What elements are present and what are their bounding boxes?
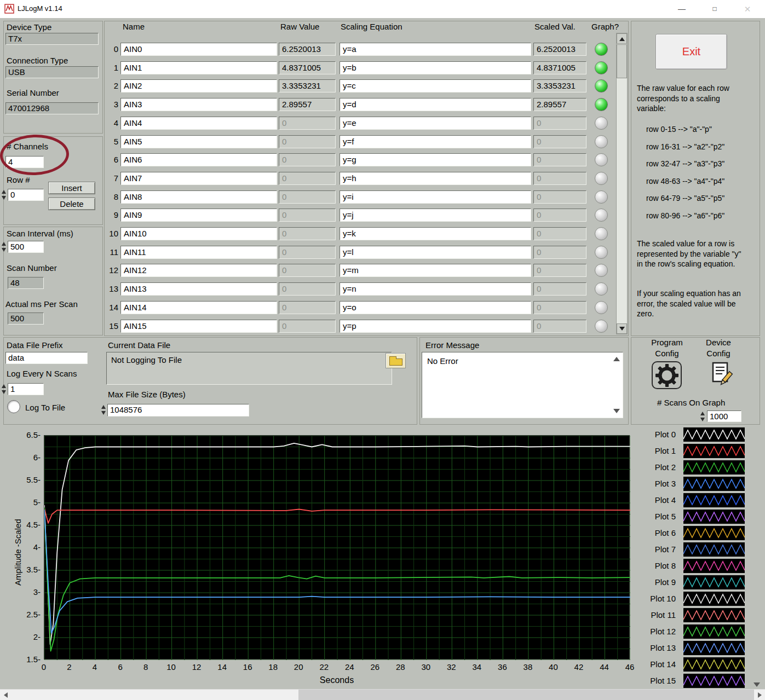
scroll-left-icon[interactable]: [4, 692, 8, 698]
insert-button[interactable]: Insert: [48, 182, 95, 194]
graph-led[interactable]: [595, 209, 608, 222]
data-file-prefix-field[interactable]: data: [5, 352, 88, 364]
browse-folder-button[interactable]: [386, 353, 406, 368]
scaling-equation-field[interactable]: y=f: [340, 135, 531, 148]
channel-name-field[interactable]: AIN15: [120, 320, 277, 333]
channel-name-field[interactable]: AIN13: [120, 282, 277, 296]
channel-name-field[interactable]: AIN1: [120, 61, 277, 74]
graph-led[interactable]: [595, 43, 608, 56]
legend-plot-label[interactable]: Plot 7: [634, 545, 676, 554]
channel-name-field[interactable]: AIN4: [120, 117, 277, 130]
delete-button[interactable]: Delete: [48, 198, 95, 210]
legend-plot-label[interactable]: Plot 6: [634, 528, 676, 537]
scaling-equation-field[interactable]: y=g: [340, 153, 531, 166]
scaling-equation-field[interactable]: y=i: [340, 190, 531, 204]
graph-led[interactable]: [595, 301, 608, 314]
graph-led[interactable]: [595, 320, 608, 333]
legend-plot-sample[interactable]: [683, 559, 745, 573]
scaling-equation-field[interactable]: y=m: [340, 264, 531, 277]
scaling-equation-field[interactable]: y=b: [340, 61, 531, 74]
graph-led[interactable]: [595, 153, 608, 166]
graph-led[interactable]: [595, 190, 608, 204]
legend-plot-label[interactable]: Plot 15: [634, 676, 676, 685]
legend-plot-sample[interactable]: [683, 444, 745, 458]
max-file-size-field[interactable]: 1048576: [107, 404, 249, 416]
channel-name-field[interactable]: AIN11: [120, 246, 277, 259]
graph-led[interactable]: [595, 135, 608, 148]
graph-led[interactable]: [595, 117, 608, 130]
legend-plot-sample[interactable]: [683, 526, 745, 540]
graph-led[interactable]: [595, 264, 608, 277]
legend-plot-label[interactable]: Plot 5: [634, 512, 676, 521]
legend-plot-sample[interactable]: [683, 460, 745, 475]
program-config-button[interactable]: [652, 361, 682, 389]
legend-plot-sample[interactable]: [683, 493, 745, 507]
error-scroll-down-icon[interactable]: [613, 409, 620, 413]
horizontal-scrollbar-thumb[interactable]: [298, 690, 754, 700]
legend-scroll-down-icon[interactable]: [754, 682, 760, 687]
legend-plot-sample[interactable]: [683, 510, 745, 524]
close-button[interactable]: ✕: [735, 0, 760, 18]
channel-name-field[interactable]: AIN12: [120, 264, 277, 277]
scaling-equation-field[interactable]: y=j: [340, 209, 531, 222]
maximize-button[interactable]: □: [702, 0, 727, 18]
legend-plot-label[interactable]: Plot 10: [634, 594, 676, 603]
legend-plot-label[interactable]: Plot 4: [634, 495, 676, 505]
legend-plot-sample[interactable]: [683, 427, 745, 442]
scaling-equation-field[interactable]: y=h: [340, 172, 531, 185]
legend-plot-label[interactable]: Plot 0: [634, 430, 676, 439]
channel-name-field[interactable]: AIN0: [120, 43, 277, 56]
scans-on-graph-spinner[interactable]: [700, 410, 706, 423]
scroll-right-icon[interactable]: [758, 692, 762, 698]
channel-name-field[interactable]: AIN9: [120, 209, 277, 222]
scroll-down-icon[interactable]: [617, 323, 627, 334]
graph-led[interactable]: [595, 61, 608, 74]
graph-led[interactable]: [595, 246, 608, 259]
error-scroll-up-icon[interactable]: [613, 357, 620, 361]
legend-plot-sample[interactable]: [683, 575, 745, 589]
device-config-button[interactable]: [708, 361, 735, 388]
legend-plot-label[interactable]: Plot 9: [634, 577, 676, 587]
legend-plot-label[interactable]: Plot 14: [634, 659, 676, 669]
scaling-equation-field[interactable]: y=a: [340, 43, 531, 56]
table-scrollbar[interactable]: [616, 33, 628, 334]
channel-name-field[interactable]: AIN14: [120, 301, 277, 314]
scaling-equation-field[interactable]: y=c: [340, 79, 531, 92]
horizontal-scrollbar[interactable]: [0, 689, 765, 700]
scaling-equation-field[interactable]: y=k: [340, 227, 531, 240]
row-number-field[interactable]: 0: [8, 189, 44, 201]
exit-button[interactable]: Exit: [655, 34, 727, 70]
scan-interval-spinner[interactable]: [1, 241, 7, 253]
legend-plot-label[interactable]: Plot 1: [634, 446, 676, 455]
row-number-spinner[interactable]: [1, 189, 7, 201]
scaling-equation-field[interactable]: y=o: [340, 301, 531, 314]
scaling-equation-field[interactable]: y=l: [340, 246, 531, 259]
scroll-up-icon[interactable]: [617, 33, 627, 44]
legend-plot-sample[interactable]: [683, 674, 745, 688]
legend-plot-sample[interactable]: [683, 592, 745, 606]
channel-name-field[interactable]: AIN2: [120, 79, 277, 92]
legend-plot-label[interactable]: Plot 3: [634, 479, 676, 488]
graph-led[interactable]: [595, 172, 608, 185]
graph-led[interactable]: [595, 227, 608, 240]
channel-name-field[interactable]: AIN8: [120, 190, 277, 204]
legend-plot-label[interactable]: Plot 2: [634, 462, 676, 472]
scaling-equation-field[interactable]: y=p: [340, 320, 531, 333]
minimize-button[interactable]: —: [669, 0, 694, 18]
channel-name-field[interactable]: AIN7: [120, 172, 277, 185]
channel-name-field[interactable]: AIN5: [120, 135, 277, 148]
graph-led[interactable]: [595, 98, 608, 111]
legend-plot-sample[interactable]: [683, 477, 745, 491]
channel-name-field[interactable]: AIN6: [120, 153, 277, 166]
legend-plot-label[interactable]: Plot 13: [634, 643, 676, 652]
legend-plot-label[interactable]: Plot 11: [634, 610, 676, 620]
legend-plot-sample[interactable]: [683, 608, 745, 622]
channel-name-field[interactable]: AIN10: [120, 227, 277, 240]
log-every-n-spinner[interactable]: [1, 383, 7, 395]
legend-plot-label[interactable]: Plot 8: [634, 561, 676, 570]
scaling-equation-field[interactable]: y=n: [340, 282, 531, 296]
scaling-equation-field[interactable]: y=e: [340, 117, 531, 130]
legend-plot-sample[interactable]: [683, 657, 745, 672]
scaling-equation-field[interactable]: y=d: [340, 98, 531, 111]
legend-plot-sample[interactable]: [683, 624, 745, 639]
